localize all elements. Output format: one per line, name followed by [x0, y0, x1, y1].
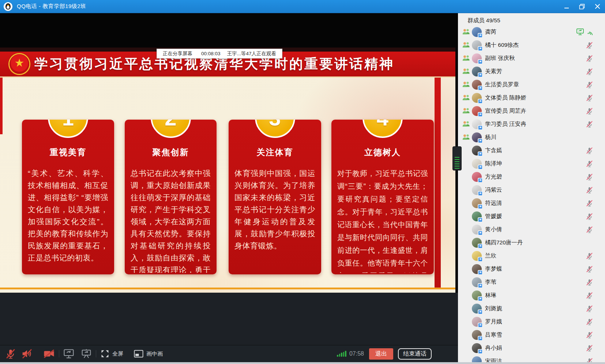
mic-muted-icon: [586, 41, 593, 49]
mic-muted-icon: [586, 173, 593, 181]
mic-muted-icon: [586, 318, 593, 326]
mic-muted-icon: [586, 81, 593, 89]
member-audio-state: [586, 41, 593, 49]
mic-muted-button[interactable]: [5, 348, 16, 359]
member-row[interactable]: 橘十 609徐杰: [458, 38, 605, 52]
mic-muted-icon: [586, 331, 593, 339]
avatar: [472, 304, 482, 314]
member-row[interactable]: 副班 张庆秋: [458, 52, 605, 65]
device-badge-icon: [478, 336, 483, 341]
pip-button[interactable]: 画中画: [134, 349, 163, 358]
close-button[interactable]: [590, 0, 605, 13]
member-name: 宣传委员 周芷卉: [485, 107, 526, 115]
qq-logo-icon: [4, 2, 12, 11]
card-title: 立德树人: [331, 147, 434, 158]
member-row[interactable]: 李苇: [458, 275, 605, 289]
member-row[interactable]: 管媛媛: [458, 210, 605, 223]
camera-muted-button[interactable]: [43, 349, 55, 359]
member-audio-state: [586, 186, 593, 194]
in-call-person-icon: [462, 81, 470, 88]
restore-button[interactable]: [574, 0, 590, 13]
card-number-circle: 1: [48, 120, 88, 138]
screen-share-button[interactable]: [63, 349, 74, 359]
device-badge-icon: [478, 46, 483, 51]
end-call-button[interactable]: 结束通话: [398, 348, 432, 360]
member-row[interactable]: 刘旖旎: [458, 302, 605, 315]
member-audio-state: [586, 55, 593, 62]
member-row[interactable]: 冉小娟: [458, 341, 605, 354]
device-badge-icon: [478, 33, 483, 38]
member-row[interactable]: 林琳: [458, 289, 605, 302]
whiteboard-share-button[interactable]: [81, 349, 92, 359]
member-row[interactable]: 罗月娥: [458, 315, 605, 328]
member-row[interactable]: 卞含嫣: [458, 144, 605, 157]
member-audio-state: [586, 68, 593, 75]
member-row[interactable]: 龚芮: [458, 25, 605, 38]
member-row[interactable]: 方光碧: [458, 170, 605, 183]
device-badge-icon: [478, 204, 483, 209]
mic-muted-icon: [586, 265, 593, 273]
card-body-text: 对于教师，习近平总书记强调“三要”：要成为大先生；要研究真问题；要坚定信念。对于…: [337, 167, 428, 273]
member-row[interactable]: 吕寒雪: [458, 328, 605, 341]
member-row[interactable]: 关素芳: [458, 65, 605, 78]
device-badge-icon: [478, 230, 483, 236]
share-status-banner: 正在分享屏幕 00:08:03 王宇...等47人正在观看: [157, 49, 282, 59]
device-badge-icon: [478, 191, 483, 196]
avatar: [472, 106, 482, 116]
member-row[interactable]: 冯紫云: [458, 183, 605, 196]
member-audio-state: [586, 199, 593, 207]
slide-card: 4 立德树人 对于教师，习近平总书记强调“三要”：要成为大先生；要研究真问题；要…: [331, 120, 434, 274]
slide-bottom-rule: [0, 288, 455, 289]
titlebar: QQ电话 - 教育学部19级2班: [0, 0, 605, 13]
avatar: [472, 119, 482, 129]
exit-button[interactable]: 退出: [369, 348, 393, 360]
fullscreen-label: 全屏: [112, 350, 123, 357]
speaker-muted-button[interactable]: [21, 348, 33, 359]
slide-card: 1 重视美育 “美术、艺术、科学、技术相辅相成、相互促进、相得益彰” “要增强文…: [22, 120, 114, 274]
member-row[interactable]: 兰欣: [458, 249, 605, 262]
member-row[interactable]: 橘四720唐一丹: [458, 236, 605, 249]
member-row[interactable]: 符远清: [458, 196, 605, 210]
device-badge-icon: [478, 257, 483, 262]
avatar: [472, 93, 482, 103]
avatar: [472, 185, 482, 195]
avatar: [472, 198, 482, 208]
card-number-circle: 4: [362, 120, 403, 138]
device-badge-icon: [478, 296, 483, 301]
member-audio-state: [586, 252, 593, 260]
member-row[interactable]: 文体委员 陈静娇: [458, 91, 605, 104]
member-row[interactable]: 黄小倩: [458, 223, 605, 236]
member-audio-state: [586, 305, 593, 312]
device-badge-icon: [478, 217, 483, 222]
device-badge-icon: [478, 125, 483, 130]
member-row[interactable]: 李梦蝶: [458, 262, 605, 275]
member-name: 龚芮: [485, 28, 496, 36]
card-title: 关注体育: [229, 147, 321, 158]
member-row[interactable]: 杨川: [458, 131, 605, 144]
volume-slider[interactable]: [452, 146, 462, 170]
member-row[interactable]: 学习委员 汪安冉: [458, 117, 605, 131]
member-row[interactable]: 宣传委员 周芷卉: [458, 104, 605, 117]
minimize-button[interactable]: [559, 0, 574, 13]
member-audio-state: [586, 292, 593, 299]
member-audio-state: [586, 344, 593, 352]
mic-muted-icon: [586, 160, 593, 168]
in-call-person-icon: [462, 28, 470, 35]
member-audio-state: [586, 147, 593, 154]
in-call-person-icon: [462, 120, 470, 128]
device-badge-icon: [478, 244, 483, 249]
avatar: [472, 40, 482, 50]
member-name: 杨川: [485, 134, 496, 141]
pip-label: 画中画: [146, 350, 163, 357]
avatar: [472, 159, 482, 169]
member-name: 刘旖旎: [485, 305, 502, 312]
call-toolbar: 全屏 画中画 07:58 退出 结束通话: [0, 345, 458, 362]
member-audio-state: [586, 213, 593, 220]
avatar: [472, 67, 482, 76]
fullscreen-button[interactable]: 全屏: [100, 349, 123, 359]
device-badge-icon: [478, 86, 483, 91]
member-row[interactable]: 陈泽坤: [458, 157, 605, 170]
in-call-person-icon: [462, 68, 470, 75]
presentation-slide: 学习贯彻习近平总书记视察清华大学时的重要讲话精神 1 重视美育 “美术、艺术、科…: [0, 48, 455, 293]
member-row[interactable]: 生活委员罗章: [458, 78, 605, 91]
